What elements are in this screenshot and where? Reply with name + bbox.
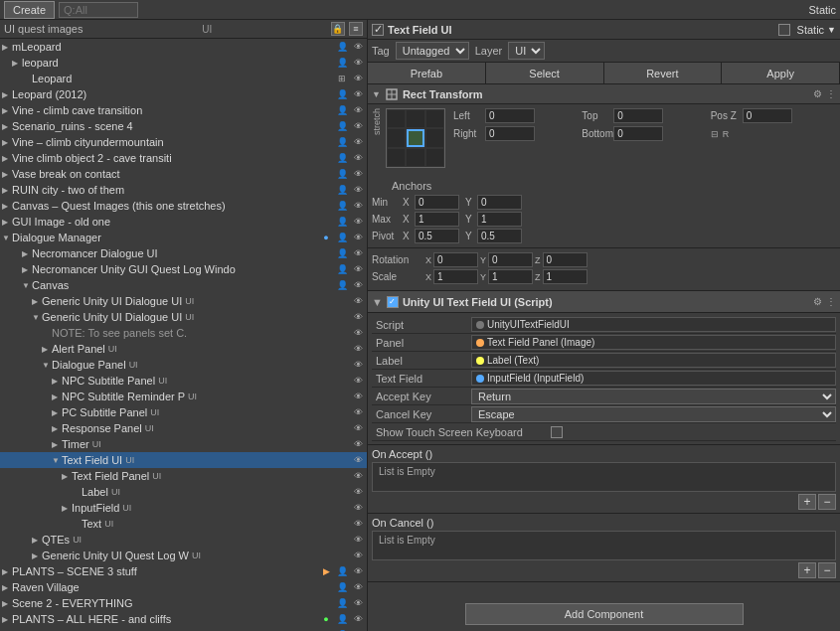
tree-item[interactable]: ▶ PC Subtitle Panel UI 👁: [0, 404, 367, 420]
text-field-ui-item[interactable]: ▼ Text Field UI UI 👁: [0, 452, 367, 468]
r-button[interactable]: R: [723, 129, 730, 139]
revert-button[interactable]: Revert: [604, 63, 723, 83]
on-cancel-remove-button[interactable]: −: [818, 562, 836, 578]
person-icon: 👤: [335, 231, 349, 244]
tree-item[interactable]: ▶ Leopard (2012) 👤 👁: [0, 86, 367, 102]
tree-item[interactable]: ▶ Vine climb object 2 - cave transiti 👤 …: [0, 150, 367, 166]
label-row: Label Label (Text): [372, 352, 836, 370]
tree-item[interactable]: ▶ RUIN city - two of them 👤 👁: [0, 182, 367, 198]
tree-item[interactable]: ▶ Raven Village 👤 👁: [0, 579, 367, 595]
tree-item[interactable]: ▶ Text Field Panel UI 👁: [0, 468, 367, 484]
tag-label: Tag: [372, 45, 390, 57]
tree-item[interactable]: ▼ Dialogue Panel UI 👁: [0, 357, 367, 373]
show-keyboard-checkbox[interactable]: [551, 426, 563, 438]
left-input[interactable]: [485, 108, 535, 123]
tree-item[interactable]: ▶ InputField UI 👁: [0, 500, 367, 516]
plants-all-here-item[interactable]: ▶ PLANTS – ALL HERE - and cliffs ● 👤 👁: [0, 611, 367, 627]
top-input[interactable]: [613, 108, 663, 123]
rot-y-input[interactable]: [488, 252, 533, 267]
lock-icon[interactable]: 🔒: [331, 22, 345, 36]
script-gear-icon[interactable]: ⚙: [813, 296, 822, 307]
script-active-checkbox[interactable]: ✓: [387, 296, 399, 308]
min-y-input[interactable]: [477, 195, 522, 210]
select-button[interactable]: Select: [486, 63, 604, 83]
tree-item[interactable]: ▶ Necromancer Dialogue UI 👤 👁: [0, 245, 367, 261]
label-value[interactable]: Label (Text): [471, 353, 836, 368]
tree-item[interactable]: ▶ Generic Unity UI Dialogue UI UI 👁: [0, 293, 367, 309]
max-x-input[interactable]: [415, 212, 459, 227]
posz-input[interactable]: [743, 108, 792, 123]
bottom-input[interactable]: [613, 126, 663, 141]
tree-item[interactable]: Text UI 👁: [0, 516, 367, 532]
script-section-header[interactable]: ▼ ✓ Unity UI Text Field UI (Script) ⚙ ⋮: [368, 291, 840, 313]
anchor-cell: [387, 109, 406, 128]
static-dropdown-icon[interactable]: ▼: [827, 25, 836, 35]
tree-item[interactable]: Leopard ⊞ 👁: [0, 71, 367, 86]
tree-item[interactable]: ▶ QTEs UI 👁: [0, 532, 367, 548]
tree-item[interactable]: ▼ Generic Unity UI Dialogue UI UI 👁: [0, 309, 367, 325]
textfield-value[interactable]: InputField (InputField): [471, 371, 836, 386]
accept-key-select[interactable]: Return: [471, 389, 836, 404]
search-input[interactable]: [59, 2, 138, 18]
right-input[interactable]: [485, 126, 535, 141]
anchor-cell: [406, 148, 424, 167]
active-checkbox[interactable]: ✓: [372, 24, 384, 36]
rect-transform-icon: [385, 87, 399, 101]
tree-item[interactable]: ▶ Generic Unity UI Quest Log W UI 👁: [0, 548, 367, 563]
rot-x-input[interactable]: [433, 252, 478, 267]
on-cancel-list: List is Empty: [372, 531, 836, 560]
tree-item[interactable]: ▶ Vase break on contact 👤 👁: [0, 166, 367, 182]
tree-item[interactable]: ▶ NPC Subtitle Panel UI 👁: [0, 373, 367, 389]
pivot-x-input[interactable]: [415, 229, 459, 243]
max-y-input[interactable]: [477, 212, 522, 227]
tree-item[interactable]: ▶ Timer UI 👁: [0, 436, 367, 452]
gear-icon[interactable]: ⚙: [813, 88, 822, 99]
scale-x-input[interactable]: [433, 269, 478, 284]
on-accept-add-button[interactable]: +: [798, 494, 816, 510]
on-cancel-add-button[interactable]: +: [798, 562, 816, 578]
prefab-button[interactable]: Prefab: [368, 63, 486, 83]
min-x-input[interactable]: [415, 195, 459, 210]
tree-item[interactable]: ▶ Alert Panel UI 👁: [0, 341, 367, 357]
create-button[interactable]: Create: [4, 1, 55, 19]
tree-item[interactable]: ▶ NPC Subtitle Reminder P UI 👁: [0, 389, 367, 404]
settings-icon[interactable]: ⋮: [826, 88, 836, 99]
rot-z-input[interactable]: [543, 252, 588, 267]
tree-item[interactable]: ▶ Vine – climb cityundermountain 👤 👁: [0, 134, 367, 150]
on-accept-remove-button[interactable]: −: [818, 494, 836, 510]
pivot-y-input[interactable]: [477, 229, 522, 243]
person-icon: 👤: [335, 612, 349, 626]
panel-value[interactable]: Text Field Panel (Image): [471, 335, 836, 350]
tree-item[interactable]: ▶ PLANTS – SCENE 3 stuff ▶ 👤 👁: [0, 563, 367, 579]
rect-transform-header[interactable]: ▼ Rect Transform ⚙ ⋮: [368, 84, 840, 104]
tree-item[interactable]: ▶ GUI Image - old one 👤 👁: [0, 214, 367, 230]
tree-item[interactable]: ▶ Scene 2 - EVERYTHING 👤 👁: [0, 595, 367, 611]
apply-button[interactable]: Apply: [722, 63, 840, 83]
script-value[interactable]: UnityUITextFieldUI: [471, 317, 836, 332]
tree-item[interactable]: Label UI 👁: [0, 484, 367, 500]
tree-item[interactable]: ▼ Canvas 👤 👁: [0, 277, 367, 293]
eye-icon: 👁: [351, 119, 365, 133]
add-component-button[interactable]: Add Component: [465, 603, 744, 625]
pivot-y-pair: Y: [465, 229, 522, 243]
static-row: Static ▼: [778, 24, 836, 36]
tree-item[interactable]: NOTE: To see panels set C. 👁: [0, 325, 367, 341]
tree-item[interactable]: ▶ mLeopard 👤 👁: [0, 39, 367, 55]
tree-item[interactable]: ▶ Vine - climb cave transition 👤 👁: [0, 102, 367, 118]
anchor-grid[interactable]: [386, 108, 445, 168]
scale-z-input[interactable]: [543, 269, 588, 284]
layer-select[interactable]: UI: [508, 42, 545, 60]
tree-item[interactable]: ▶ Response Panel UI 👁: [0, 420, 367, 436]
tree-item[interactable]: ▶ Necromancer Unity GUI Quest Log Windo …: [0, 261, 367, 277]
script-menu-icon[interactable]: ⋮: [826, 296, 836, 307]
tree-item[interactable]: ▶ Canvas – Quest Images (this one stretc…: [0, 198, 367, 214]
scale-y-input[interactable]: [488, 269, 533, 284]
cancel-key-select[interactable]: Escape: [471, 406, 836, 422]
menu-icon[interactable]: ≡: [349, 22, 363, 36]
tag-select[interactable]: Untagged: [396, 42, 469, 60]
static-checkbox[interactable]: [778, 24, 790, 36]
tree-item[interactable]: ▶ Cave Light 👤 👁: [0, 627, 367, 631]
tree-item[interactable]: ▶ Scenario_ruins - scene 4 👤 👁: [0, 118, 367, 134]
dialogue-manager-item[interactable]: ▼ Dialogue Manager ● 👤 👁: [0, 230, 367, 245]
tree-item[interactable]: ▶ leopard 👤 👁: [0, 55, 367, 71]
